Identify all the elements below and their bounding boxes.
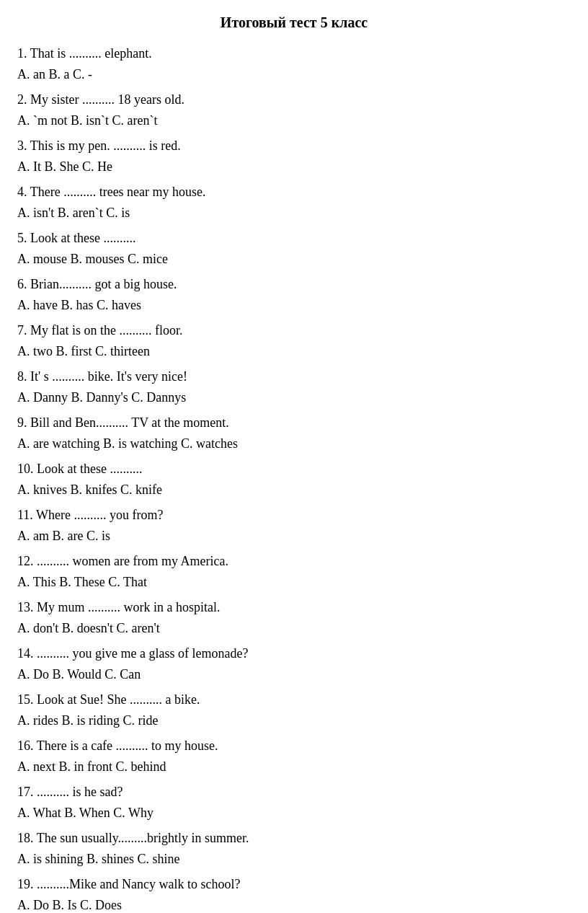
question-text-17: 17. .......... is he sad?	[17, 782, 571, 802]
answer-options-12: A. This B. These C. That	[17, 573, 571, 592]
question-text-7: 7. My flat is on the .......... floor.	[17, 321, 571, 340]
answer-options-8: A. Danny B. Danny's C. Dannys	[17, 388, 571, 407]
question-text-16: 16. There is a cafe .......... to my hou…	[17, 736, 571, 756]
question-text-12: 12. .......... women are from my America…	[17, 552, 571, 571]
question-text-8: 8. It' s .......... bike. It's very nice…	[17, 367, 571, 387]
answer-options-15: A. rides B. is riding C. ride	[17, 711, 571, 731]
question-text-2: 2. My sister .......... 18 years old.	[17, 90, 571, 110]
question-text-13: 13. My mum .......... work in a hospital…	[17, 598, 571, 617]
answer-options-14: A. Do B. Would C. Can	[17, 665, 571, 684]
question-text-6: 6. Brian.......... got a big house.	[17, 275, 571, 294]
question-text-15: 15. Look at Sue! She .......... a bike.	[17, 690, 571, 710]
question-text-19: 19. ..........Mike and Nancy walk to sch…	[17, 875, 571, 894]
answer-options-1: A. an B. a C. -	[17, 65, 571, 84]
answer-options-2: A. `m not B. isn`t C. aren`t	[17, 111, 571, 131]
question-text-14: 14. .......... you give me a glass of le…	[17, 644, 571, 663]
answer-options-13: A. don't B. doesn't C. aren't	[17, 619, 571, 638]
question-text-3: 3. This is my pen. .......... is red.	[17, 136, 571, 156]
answer-options-18: A. is shining B. shines C. shine	[17, 850, 571, 869]
answer-options-4: A. isn't B. aren`t C. is	[17, 203, 571, 223]
answer-options-16: A. next B. in front C. behind	[17, 757, 571, 777]
question-text-9: 9. Bill and Ben.......... TV at the mome…	[17, 413, 571, 433]
page-title: Итоговый тест 5 класс	[17, 14, 571, 31]
question-text-1: 1. That is .......... elephant.	[17, 44, 571, 63]
answer-options-6: A. have B. has C. haves	[17, 296, 571, 315]
question-text-18: 18. The sun usually.........brightly in …	[17, 829, 571, 848]
answer-options-3: A. It B. She C. He	[17, 157, 571, 177]
question-text-10: 10. Look at these ..........	[17, 459, 571, 479]
answer-options-17: A. What B. When C. Why	[17, 803, 571, 823]
question-text-11: 11. Where .......... you from?	[17, 506, 571, 525]
question-text-5: 5. Look at these ..........	[17, 229, 571, 248]
answer-options-10: A. knives B. knifes C. knife	[17, 480, 571, 500]
answer-options-7: A. two B. first C. thirteen	[17, 342, 571, 361]
answer-options-11: A. am B. are C. is	[17, 526, 571, 546]
question-text-4: 4. There .......... trees near my house.	[17, 182, 571, 202]
answer-options-5: A. mouse B. mouses C. mice	[17, 250, 571, 269]
answer-options-19: A. Do B. Is C. Does	[17, 896, 571, 913]
answer-options-9: A. are watching B. is watching C. watche…	[17, 434, 571, 454]
